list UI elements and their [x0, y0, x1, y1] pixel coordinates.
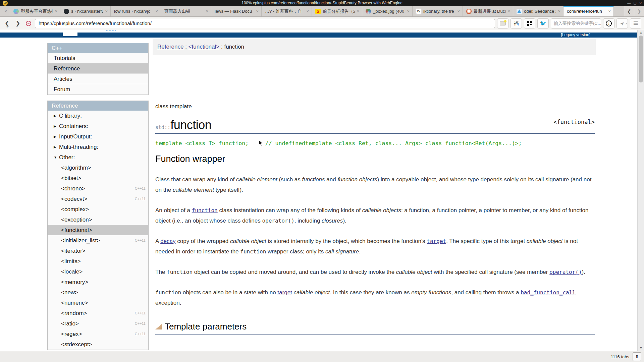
sidebar-item-bitset[interactable]: <bitset>: [48, 173, 148, 183]
tab-close-icon[interactable]: ×: [407, 9, 410, 14]
qr-code-button[interactable]: [524, 18, 535, 28]
sidebar-item-reference[interactable]: Reference: [48, 63, 148, 74]
sidebar-item-limits[interactable]: <limits>: [48, 256, 148, 266]
sidebar-item-regex[interactable]: <regex>C++11: [48, 329, 148, 339]
tab[interactable]: com/reference/fun×: [564, 6, 614, 16]
tab[interactable]: 型服务平台百炼控×: [10, 6, 60, 16]
tab-close-icon[interactable]: ×: [457, 9, 460, 14]
tab[interactable]: s · hxcan/sisterfu×: [60, 6, 111, 16]
tab-close-icon[interactable]: ×: [4, 9, 7, 14]
sidebar-item-locale[interactable]: <locale>: [48, 266, 148, 277]
scrollbar-down-icon[interactable]: ▼: [638, 346, 644, 350]
tab[interactable]: 页面载入出错×: [161, 6, 211, 16]
link[interactable]: decay: [160, 238, 175, 244]
menu-button[interactable]: ☰: [630, 18, 641, 28]
sidebar-item-functional[interactable]: <functional>: [48, 225, 148, 235]
tab-close-icon[interactable]: ×: [306, 9, 309, 14]
tab-close-icon[interactable]: ×: [507, 9, 510, 14]
maximize-icon[interactable]: ▢: [633, 1, 636, 5]
search-input[interactable]: 输入要搜索的关键字(C...: [551, 18, 601, 28]
tab[interactable]: S前景分析报告（2×: [312, 6, 362, 16]
tab-close-icon[interactable]: ×: [105, 9, 108, 14]
sidebar-item-memory[interactable]: <memory>: [48, 277, 148, 287]
code-link[interactable]: operator(): [549, 269, 582, 275]
link[interactable]: target: [277, 289, 292, 296]
breadcrumb-link[interactable]: Reference: [157, 44, 183, 50]
screenshot-button[interactable]: [497, 18, 508, 28]
sidebar-item-chrono[interactable]: <chrono>C++11: [48, 183, 148, 194]
tab[interactable]: …? - 维基百科，自×: [262, 6, 312, 16]
sidebar-item-forum[interactable]: Forum: [48, 84, 148, 95]
pointer-blocked-button[interactable]: ➤: [616, 18, 628, 28]
tab[interactable]: _boxed.jpg (400×: [362, 6, 413, 16]
sidebar-item-label: Input/Output:: [59, 131, 148, 142]
bookmark-icon: [155, 324, 162, 329]
minimize-icon[interactable]: —: [627, 1, 631, 5]
close-icon[interactable]: ✕: [639, 1, 642, 5]
upload-icon: ⬆: [635, 354, 639, 359]
sidebar-item-multi-threading[interactable]: ▶Multi-threading:: [48, 142, 148, 152]
code-link[interactable]: function: [192, 207, 218, 214]
session-upload-button[interactable]: ⬆: [633, 352, 641, 361]
code-link[interactable]: bad_function_call: [521, 289, 576, 296]
tab[interactable]: Wiktionary, the fre×: [413, 6, 463, 16]
legacy-version-link[interactable]: [Legacy version]: [561, 33, 590, 38]
tab-close-icon[interactable]: ×: [608, 9, 611, 14]
scrollbar-thumb[interactable]: [639, 36, 643, 82]
sidebar-item-ratio[interactable]: <ratio>C++11: [48, 318, 148, 329]
sidebar-item-complex[interactable]: <complex>: [48, 204, 148, 215]
screenshot-icon: [500, 21, 506, 25]
tab-close-icon[interactable]: ×: [206, 9, 208, 14]
cpp11-badge: C++11: [135, 183, 146, 194]
sidebar-item-other[interactable]: ▼Other:: [48, 152, 148, 163]
tab-scroll-right-icon[interactable]: ❯: [634, 6, 644, 16]
sidebar-item-tutorials[interactable]: Tutorials: [48, 53, 148, 63]
stop-button[interactable]: –: [24, 19, 33, 28]
download-button[interactable]: ↓: [603, 18, 614, 28]
sidebar-item-initializer_list[interactable]: <initializer_list>C++11: [48, 235, 148, 246]
back-history-caret-icon[interactable]: ˅: [6, 26, 8, 29]
chevron-down-icon[interactable]: ▼: [54, 152, 59, 163]
qr-code-icon: [527, 21, 532, 26]
tab-close-icon[interactable]: ×: [256, 9, 259, 14]
scrollbar-up-icon[interactable]: ▲: [638, 31, 644, 34]
code-link[interactable]: target: [427, 238, 446, 244]
tab-close-icon[interactable]: ×: [155, 9, 158, 14]
breadcrumb-link[interactable]: <functional>: [189, 44, 220, 50]
url-bar[interactable]: https://cplusplus.com/reference/function…: [35, 19, 495, 28]
sidebar-item-clibrary[interactable]: ▶C library:: [48, 111, 148, 121]
sidebar-item-label: Multi-threading:: [59, 142, 148, 152]
chevron-right-icon[interactable]: ▶: [54, 121, 59, 131]
sidebar-item-algorithm[interactable]: <algorithm>: [48, 163, 148, 173]
chevron-right-icon[interactable]: ▶: [54, 142, 59, 152]
sidebar-item-exception[interactable]: <exception>: [48, 215, 148, 225]
chevron-right-icon[interactable]: ▶: [54, 131, 59, 142]
sidebar-item-iterator[interactable]: <iterator>: [48, 246, 148, 256]
tab[interactable]: odel; Seedance 2×: [513, 6, 564, 16]
sidebar-item-input/output[interactable]: ▶Input/Output:: [48, 131, 148, 142]
forward-button[interactable]: ❯: [13, 19, 22, 28]
sidebar-item-stdexcept[interactable]: <stdexcept>: [48, 339, 148, 350]
tab[interactable]: ×: [0, 6, 10, 16]
sidebar-item-random[interactable]: <random>C++11: [48, 308, 148, 318]
sidebar-item-codecvt[interactable]: <codecvt>C++11: [48, 194, 148, 204]
sidebar-item-containers[interactable]: ▶Containers:: [48, 121, 148, 131]
sidebar-item-articles[interactable]: Articles: [48, 74, 148, 84]
fu-button[interactable]: 福: [511, 18, 522, 28]
sidebar-item-label: <new>: [61, 287, 148, 298]
sidebar-item-new[interactable]: <new>: [48, 287, 148, 298]
tab[interactable]: low runs · hxcan/jc×: [111, 6, 161, 16]
sidebar-item-label: <codecvt>: [61, 194, 135, 204]
tab-scroll-left-icon[interactable]: ❮: [624, 6, 634, 16]
tab[interactable]: 最新进展 at Duck×: [463, 6, 513, 16]
sidebar-item-label: <regex>: [61, 329, 135, 339]
tab-close-icon[interactable]: ×: [55, 9, 57, 14]
sidebar-item-numeric[interactable]: <numeric>: [48, 298, 148, 308]
tab-close-icon[interactable]: ×: [558, 9, 560, 14]
page-scrollbar[interactable]: ▲ ▼: [637, 30, 644, 351]
tab[interactable]: iews — Flask Docu×: [211, 6, 262, 16]
tab-close-icon[interactable]: ×: [357, 9, 359, 14]
twitter-share-button[interactable]: 🐦: [537, 18, 549, 28]
chevron-right-icon[interactable]: ▶: [54, 111, 59, 121]
back-button[interactable]: ❮˅: [3, 19, 11, 28]
